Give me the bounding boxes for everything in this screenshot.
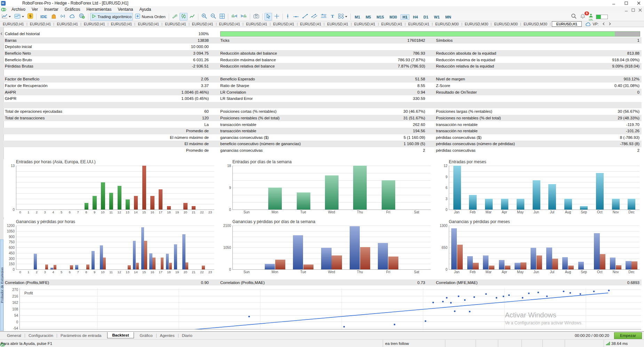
start-button[interactable]: Empezar bbox=[614, 332, 642, 339]
cloud-button[interactable] bbox=[68, 13, 77, 21]
bar-slot bbox=[481, 166, 497, 210]
loss-bar bbox=[631, 261, 637, 269]
chart-tab[interactable]: EURUSD,H1 bbox=[216, 22, 243, 26]
scatter-y-tick-label: 54 bbox=[4, 314, 18, 317]
zoom-out-button[interactable] bbox=[209, 13, 217, 21]
x-tick-label: 21 bbox=[190, 270, 198, 274]
bar bbox=[628, 199, 635, 210]
chart-tab[interactable]: EURUSD,H1 bbox=[27, 22, 54, 26]
channel-button[interactable] bbox=[310, 13, 319, 21]
collapse-panel-icon[interactable] bbox=[0, 31, 3, 37]
horizontal-line-button[interactable] bbox=[292, 13, 300, 21]
algo-trading-button[interactable]: Trading algorítmico bbox=[90, 13, 133, 21]
search-button[interactable] bbox=[570, 13, 578, 21]
zoom-in-button[interactable] bbox=[200, 13, 208, 21]
chart-tab[interactable]: EURUSD,H1 bbox=[351, 22, 378, 26]
timeframe-mn[interactable]: MN bbox=[443, 14, 453, 20]
chart-tab[interactable]: EURUSD,H1 bbox=[162, 22, 189, 26]
timeframe-d1[interactable]: D1 bbox=[421, 14, 430, 20]
chart-tab[interactable]: EURUSD,H1 bbox=[108, 22, 135, 26]
menu-ayuda[interactable]: Ayuda bbox=[136, 7, 154, 12]
objects-button[interactable] bbox=[337, 13, 349, 21]
menu-ver[interactable]: Ver bbox=[29, 7, 41, 12]
text-tool-button[interactable]: T bbox=[329, 13, 336, 21]
menu-insertar[interactable]: Insertar bbox=[41, 7, 62, 12]
tile-windows-button[interactable] bbox=[218, 13, 226, 21]
status-bar: Para abrir la Ayuda, pulse F1 ea tren fo… bbox=[0, 339, 644, 347]
shift-end-button[interactable] bbox=[230, 13, 239, 21]
signals-button[interactable] bbox=[58, 13, 67, 21]
tester-tab-agentes[interactable]: Agentes bbox=[157, 333, 178, 338]
chart-tab[interactable]: EURUSD,M30 bbox=[462, 22, 491, 26]
vertical-line-button[interactable] bbox=[285, 13, 291, 21]
chart-tab[interactable]: EURUSD,H1 bbox=[379, 22, 405, 26]
line-chart-mode-button[interactable] bbox=[188, 13, 196, 21]
fibonacci-button[interactable] bbox=[319, 13, 328, 21]
connection-status[interactable]: 38.64 ms bbox=[604, 340, 644, 347]
chart-tab[interactable]: EURUSD,H1 bbox=[243, 22, 270, 26]
candle-chart-mode-button[interactable] bbox=[180, 13, 188, 21]
chart-tab-active[interactable]: EURUSD,H1 bbox=[552, 21, 582, 27]
menu-archivo[interactable]: Archivo bbox=[8, 7, 29, 12]
new-order-button[interactable]: Nueva Orden bbox=[134, 13, 167, 21]
profile-level-button[interactable]: LVL bbox=[589, 13, 593, 21]
chart-tab[interactable]: EURUSD,H1 bbox=[405, 22, 432, 26]
maximize-button[interactable] bbox=[622, 0, 630, 6]
auto-scroll-button[interactable] bbox=[239, 13, 248, 21]
minimize-button[interactable] bbox=[610, 0, 618, 6]
x-tick-label: Fri bbox=[374, 270, 402, 274]
chart-tab[interactable]: EURUSD,H1 bbox=[81, 22, 108, 26]
metaquotes-icon bbox=[1, 7, 6, 12]
timeframe-h4[interactable]: H4 bbox=[411, 14, 420, 20]
chart-tab[interactable]: EURUSD,H1 bbox=[0, 22, 27, 26]
signals-icon bbox=[60, 14, 66, 20]
vps-tab-label[interactable]: VP: bbox=[593, 22, 598, 26]
chart-tab[interactable]: EURUSD,M30 bbox=[521, 22, 550, 26]
chart-tab[interactable]: EURUSD,H1 bbox=[270, 22, 297, 26]
timeframe-h1[interactable]: H1 bbox=[400, 14, 410, 20]
tester-tab-configuraci-n[interactable]: Configuración bbox=[25, 333, 57, 338]
bar-slot bbox=[261, 226, 289, 269]
menu-herramientas[interactable]: Herramientas bbox=[83, 7, 114, 12]
timeframe-m1[interactable]: M1 bbox=[353, 14, 362, 20]
tester-tab-backtest[interactable]: Backtest bbox=[107, 332, 134, 338]
close-button[interactable] bbox=[635, 0, 643, 6]
tester-tab-gr-fico[interactable]: Gráfico bbox=[136, 333, 156, 338]
timeframe-m30[interactable]: M30 bbox=[388, 14, 399, 20]
chart-tab[interactable]: EURUSD,H1 bbox=[324, 22, 351, 26]
tabs-scroll-right-icon[interactable] bbox=[609, 22, 611, 26]
tester-tab-general[interactable]: General bbox=[3, 333, 25, 338]
crosshair-button[interactable] bbox=[273, 13, 281, 21]
menu-ventana[interactable]: Ventana bbox=[114, 7, 136, 12]
x-tick-label: Aug bbox=[560, 210, 576, 214]
vps-cloud-icon[interactable] bbox=[585, 22, 591, 26]
timeframe-w1[interactable]: W1 bbox=[432, 14, 442, 20]
chart-tab[interactable]: EURUSD,H1 bbox=[135, 22, 162, 26]
tester-tab-diario[interactable]: Diario bbox=[178, 333, 196, 338]
bar-chart-mode-button[interactable] bbox=[171, 13, 179, 21]
trendline-button[interactable] bbox=[301, 13, 309, 21]
timeframe-m5[interactable]: M5 bbox=[364, 14, 373, 20]
tester-tab-par-metros-de-entrada[interactable]: Parámetros de entrada bbox=[57, 333, 105, 338]
chart-tab[interactable]: EURUSD,H1 bbox=[54, 22, 81, 26]
timeframe-m15[interactable]: M15 bbox=[374, 14, 386, 20]
chart-tab[interactable]: EURUSD,M30 bbox=[491, 22, 520, 26]
y-tick-label: 0 bbox=[13, 268, 15, 271]
strategy-tester-side-tab[interactable]: Probador de Estrategias bbox=[0, 239, 3, 331]
market-button[interactable] bbox=[50, 13, 58, 21]
menu-gráficos[interactable]: Gráficos bbox=[62, 7, 84, 12]
ide-button[interactable]: IDE bbox=[38, 13, 49, 21]
chart-type-button[interactable] bbox=[0, 13, 12, 21]
vps-button[interactable] bbox=[78, 13, 86, 21]
chart-tab[interactable]: EURUSD,M30 bbox=[432, 22, 462, 26]
chart-tab[interactable]: EURUSD,H1 bbox=[189, 22, 216, 26]
crosshair-icon bbox=[274, 14, 279, 20]
screenshot-button[interactable] bbox=[252, 13, 261, 21]
tabs-scroll-left-icon[interactable] bbox=[602, 22, 605, 26]
chart-tab[interactable]: EURUSD,H1 bbox=[297, 22, 324, 26]
cursor-button[interactable] bbox=[264, 13, 272, 21]
profiles-button[interactable] bbox=[13, 13, 25, 21]
tester-elapsed-time: 00:00:20 / 00:00:20 bbox=[575, 333, 609, 338]
deposit-button[interactable]: $ bbox=[26, 13, 34, 21]
notifications-button[interactable]: 9 bbox=[579, 13, 587, 21]
